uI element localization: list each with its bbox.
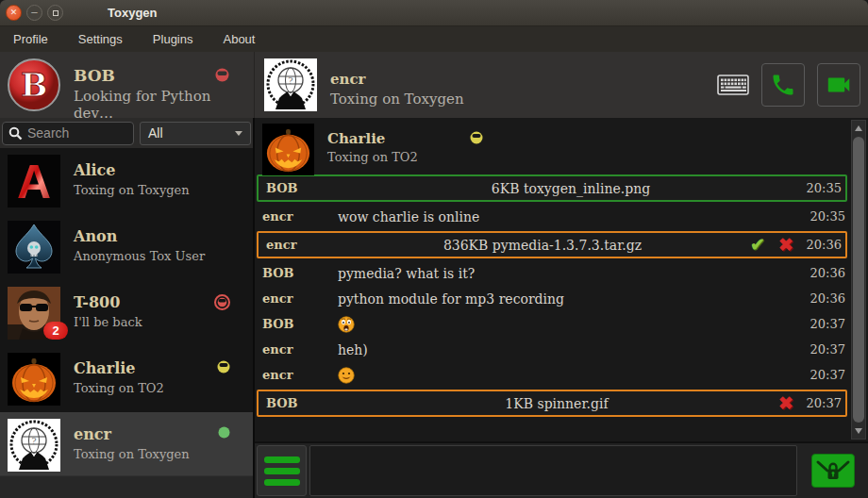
- message-emoji: [338, 367, 804, 384]
- contact-item-alice[interactable]: A Alice Toxing on Toxygen: [0, 148, 253, 214]
- chat-scrollbar[interactable]: [851, 120, 866, 440]
- contact-sidebar: All A Alice Toxing on Toxygen: [0, 118, 255, 498]
- contact-item-anon[interactable]: Anon Anonymous Tox User: [0, 214, 253, 280]
- spade-skull-avatar: [8, 221, 60, 274]
- file-transfer-label: 6KB toxygen_inline.png: [342, 181, 800, 196]
- search-input[interactable]: [27, 125, 122, 141]
- message-row: BOB 20:37: [255, 311, 849, 337]
- contact-status-message: Toxing on Toxygen: [74, 183, 190, 197]
- file-transfer-row: BOB 1KB spinner.gif ✖ 20:37: [257, 390, 847, 417]
- keyboard-icon[interactable]: [717, 75, 749, 95]
- message-sender: BOB: [266, 181, 342, 195]
- search-box[interactable]: [2, 122, 134, 145]
- lock-send-icon: [814, 457, 852, 484]
- video-call-button[interactable]: [817, 63, 860, 107]
- chat-panel: Charlie Toxing on TO2 BOB 6KB toxygen_in…: [255, 118, 868, 498]
- menu-icon: [264, 456, 300, 463]
- scroll-up-icon[interactable]: [852, 122, 865, 135]
- message-time: 20:36: [804, 266, 845, 280]
- menu-plugins[interactable]: Plugins: [151, 28, 195, 50]
- contact-filter-dropdown[interactable]: All: [140, 122, 251, 145]
- search-icon: [8, 126, 23, 141]
- peer-status-message: Toxing on Toxygen: [330, 91, 464, 108]
- busy-status-icon: [214, 294, 230, 310]
- chat-peer-name: Charlie: [327, 130, 418, 147]
- message-sender: encr: [262, 342, 338, 357]
- shocked-face-emoji: [338, 316, 355, 333]
- chat-peer-item[interactable]: Charlie Toxing on TO2: [255, 118, 849, 173]
- message-row: encr python module for mp3 recording 20:…: [255, 286, 849, 311]
- contact-name: Anon: [74, 227, 205, 245]
- attachments-menu-button[interactable]: [257, 445, 307, 496]
- message-row: BOB pymedia? what is it? 20:36: [255, 260, 849, 286]
- menu-settings[interactable]: Settings: [76, 28, 125, 50]
- away-status-icon: [217, 360, 230, 374]
- contact-item-encr[interactable]: ? encr Toxing on Toxygen: [0, 412, 253, 475]
- svg-text:?: ?: [288, 75, 292, 86]
- decline-file-icon[interactable]: ✖: [772, 394, 800, 412]
- pumpkin-avatar: [8, 353, 60, 406]
- audio-call-button[interactable]: [761, 63, 805, 107]
- file-transfer-row: BOB 6KB toxygen_inline.png 20:35: [257, 174, 847, 202]
- contact-item-charlie[interactable]: Charlie Toxing on TO2: [0, 346, 253, 412]
- message-time: 20:37: [804, 342, 845, 357]
- message-sender: encr: [262, 368, 338, 382]
- close-icon[interactable]: ✕: [6, 5, 22, 21]
- message-row: encr 20:37: [255, 362, 849, 388]
- pumpkin-avatar: [262, 124, 314, 175]
- message-sender: encr: [262, 209, 338, 224]
- menu-profile[interactable]: Profile: [11, 28, 50, 50]
- window-title: Toxygen: [108, 6, 158, 20]
- contact-list: A Alice Toxing on Toxygen: [0, 148, 253, 475]
- message-text: heh): [338, 342, 804, 357]
- message-text: pymedia? what is it?: [338, 266, 804, 281]
- message-sender: BOB: [262, 317, 338, 331]
- message-sender: BOB: [266, 396, 342, 410]
- menu-about[interactable]: About: [221, 28, 257, 50]
- contact-status-message: Toxing on Toxygen: [74, 447, 190, 461]
- title-bar: ✕ ─ Toxygen: [0, 0, 868, 26]
- conversation-header: ? encr Toxing on Toxygen: [255, 52, 868, 118]
- contact-name: encr: [74, 425, 190, 443]
- smiling-face-emoji: [338, 367, 355, 384]
- message-text: wow charlie is online: [338, 209, 804, 224]
- online-status-icon: [218, 426, 230, 439]
- sidebar-footer: [0, 475, 253, 498]
- maximize-icon[interactable]: [47, 5, 63, 21]
- message-input-bar: [255, 443, 868, 498]
- chevron-down-icon: [235, 131, 242, 136]
- message-sender: encr: [262, 291, 338, 306]
- self-profile[interactable]: B BOB Looking for Python dev…: [0, 52, 255, 118]
- svg-text:B: B: [21, 66, 48, 104]
- contact-status-message: Toxing on TO2: [74, 381, 164, 395]
- file-transfer-label: 836KB pymedia-1.3.7.3.tar.gz: [342, 238, 743, 253]
- contact-name: T-800: [74, 293, 142, 311]
- unread-badge: 2: [43, 322, 68, 340]
- scroll-down-icon[interactable]: [852, 424, 865, 438]
- alice-avatar: A: [8, 155, 60, 208]
- svg-text:A: A: [17, 156, 51, 208]
- minimize-icon[interactable]: ─: [26, 5, 42, 21]
- scrollbar-thumb[interactable]: [853, 137, 864, 423]
- anonymous-avatar: ?: [264, 58, 317, 111]
- file-transfer-label: 1KB spinner.gif: [342, 396, 772, 411]
- contact-name: Alice: [74, 161, 190, 179]
- contact-item-t800[interactable]: T-800 I'll be back 2: [0, 280, 253, 346]
- message-time: 20:35: [800, 181, 842, 195]
- message-row: encr heh) 20:37: [255, 337, 849, 362]
- message-input[interactable]: [309, 445, 797, 496]
- message-sender: encr: [266, 238, 342, 252]
- menu-bar: Profile Settings Plugins About: [0, 26, 868, 52]
- message-emoji: [338, 316, 804, 333]
- busy-status-icon: [215, 68, 229, 82]
- accept-file-icon[interactable]: ✔: [743, 236, 772, 254]
- contact-name: Charlie: [74, 359, 164, 377]
- top-panel: B BOB Looking for Python dev… ? encr Tox…: [0, 52, 868, 118]
- decline-file-icon[interactable]: ✖: [772, 236, 800, 254]
- filter-value: All: [148, 125, 163, 141]
- message-time: 20:37: [804, 368, 845, 382]
- send-button[interactable]: [811, 454, 855, 488]
- message-history: Charlie Toxing on TO2 BOB 6KB toxygen_in…: [255, 118, 868, 443]
- message-time: 20:35: [804, 209, 845, 224]
- message-time: 20:37: [800, 396, 842, 410]
